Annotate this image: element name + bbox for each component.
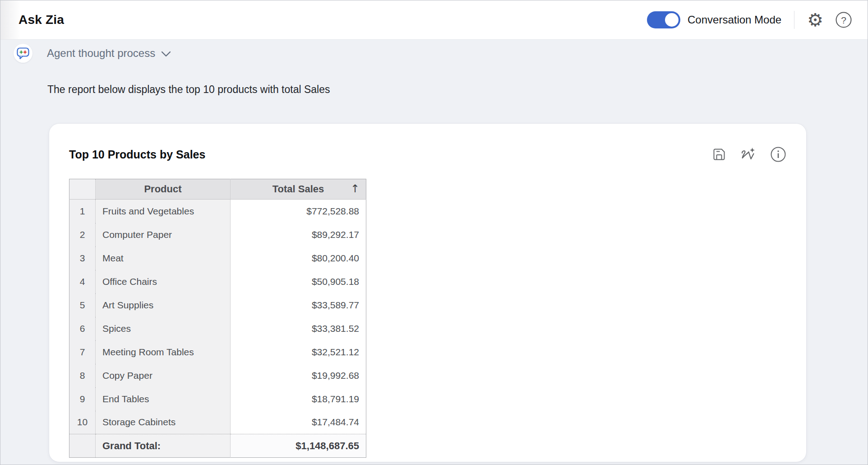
table-header-row: Product Total Sales ↑ (69, 179, 366, 200)
zia-avatar (14, 44, 32, 63)
report-card: Top 10 Products by Sales (49, 124, 806, 462)
row-product: Office Chairs (96, 270, 231, 293)
row-total-sales: $17,484.74 (231, 411, 366, 434)
row-total-sales: $19,992.68 (231, 364, 366, 387)
table-row: 3Meat$80,200.40 (69, 246, 366, 270)
toggle-knob (665, 13, 679, 27)
row-rank: 2 (69, 223, 96, 246)
row-total-sales: $33,381.52 (231, 317, 366, 340)
save-report-button[interactable] (711, 147, 727, 162)
chevron-down-icon (161, 51, 171, 57)
total-sales-column-header[interactable]: Total Sales ↑ (231, 179, 366, 200)
report-actions (711, 146, 786, 163)
row-product: Meat (96, 246, 231, 270)
table-row: 1Fruits and Vegetables$772,528.88 (69, 200, 366, 223)
product-column-label: Product (144, 183, 181, 195)
row-product: Computer Paper (96, 223, 231, 246)
table-row: 5Art Supplies$33,589.77 (69, 293, 366, 317)
row-total-sales: $50,905.18 (231, 270, 366, 293)
row-total-sales: $80,200.40 (231, 246, 366, 270)
row-product: Spices (96, 317, 231, 340)
row-rank: 9 (69, 387, 96, 411)
settings-button[interactable]: ⚙ (807, 11, 823, 29)
agent-thought-process-label: Agent thought process (47, 47, 155, 60)
agent-message: The report below displays the top 10 pro… (47, 84, 330, 96)
row-rank: 5 (69, 293, 96, 317)
sort-up-arrow-icon: ↑ (351, 182, 360, 195)
total-sales-column-label: Total Sales (272, 183, 324, 195)
row-product: Art Supplies (96, 293, 231, 317)
row-total-sales: $89,292.17 (231, 223, 366, 246)
row-rank: 8 (69, 364, 96, 387)
row-product: Meeting Room Tables (96, 340, 231, 364)
conversation-mode-toggle[interactable] (647, 11, 680, 28)
table-row: 10Storage Cabinets$17,484.74 (69, 411, 366, 434)
row-rank: 7 (69, 340, 96, 364)
table-row: 8Copy Paper$19,992.68 (69, 364, 366, 387)
zia-chat-bubble-icon (17, 47, 29, 60)
topbar-divider (794, 11, 794, 29)
agent-thought-process-toggle[interactable]: Agent thought process (47, 47, 171, 60)
row-rank: 6 (69, 317, 96, 340)
table-row: 6Spices$33,381.52 (69, 317, 366, 340)
agent-thought-row: Agent thought process (14, 44, 171, 63)
row-total-sales: $18,791.19 (231, 387, 366, 411)
info-icon (770, 146, 786, 163)
zia-sparkle-icon (740, 147, 757, 162)
grand-total-row: Grand Total: $1,148,687.65 (69, 434, 366, 458)
row-product: Storage Cabinets (96, 411, 231, 434)
gear-icon: ⚙ (807, 11, 823, 29)
help-button[interactable]: ? (835, 11, 852, 28)
table-row: 9End Tables$18,791.19 (69, 387, 366, 411)
ask-zia-window: Ask Zia Conversation Mode ⚙ ? (0, 0, 868, 465)
row-product: Fruits and Vegetables (96, 200, 231, 223)
page-title: Ask Zia (18, 13, 64, 27)
row-total-sales: $32,521.12 (231, 340, 366, 364)
row-rank: 1 (69, 200, 96, 223)
rank-column-header (69, 179, 96, 200)
ask-zia-insights-button[interactable] (740, 147, 757, 162)
row-rank: 10 (69, 411, 96, 434)
row-rank: 4 (69, 270, 96, 293)
help-icon: ? (835, 11, 852, 28)
grand-total-rank-cell (69, 434, 96, 458)
topbar-actions: Conversation Mode ⚙ ? (647, 11, 852, 29)
product-column-header[interactable]: Product (96, 179, 231, 200)
grand-total-label: Grand Total: (96, 434, 231, 458)
svg-text:?: ? (841, 15, 846, 25)
topbar: Ask Zia Conversation Mode ⚙ ? (0, 0, 868, 40)
row-product: End Tables (96, 387, 231, 411)
row-total-sales: $33,589.77 (231, 293, 366, 317)
conversation-mode-label: Conversation Mode (688, 14, 781, 26)
table-row: 7Meeting Room Tables$32,521.12 (69, 340, 366, 364)
save-icon (711, 147, 727, 162)
row-rank: 3 (69, 246, 96, 270)
table-row: 2Computer Paper$89,292.17 (69, 223, 366, 246)
row-product: Copy Paper (96, 364, 231, 387)
card-header: Top 10 Products by Sales (69, 146, 786, 163)
grand-total-value: $1,148,687.65 (231, 434, 366, 458)
report-info-button[interactable] (770, 146, 786, 163)
row-total-sales: $772,528.88 (231, 200, 366, 223)
report-table: Product Total Sales ↑ 1Fruits and Vegeta… (69, 179, 366, 458)
report-title: Top 10 Products by Sales (69, 148, 205, 161)
table-row: 4Office Chairs$50,905.18 (69, 270, 366, 293)
